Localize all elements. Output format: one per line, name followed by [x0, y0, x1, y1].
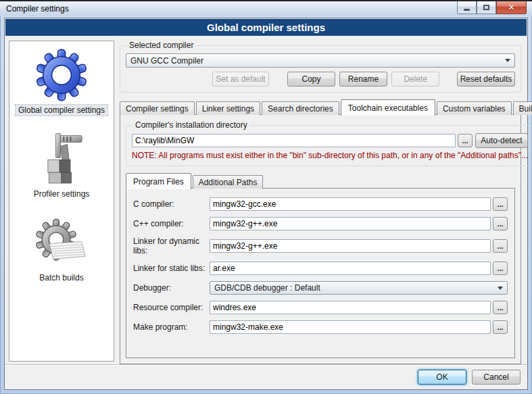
make-program-browse-button[interactable]: ...	[493, 320, 508, 334]
tab-search-directories[interactable]: Search directories	[262, 101, 339, 115]
tab-custom-variables[interactable]: Custom variables	[437, 101, 512, 115]
installation-directory-group: Compiler's installation directory ... Au…	[126, 120, 532, 166]
page-title: Global compiler settings	[207, 22, 325, 33]
cpp-compiler-input[interactable]	[210, 217, 491, 230]
content-area: Global compiler settings	[5, 36, 527, 364]
dynamic-linker-input[interactable]	[210, 239, 491, 253]
compiler-select[interactable]: GNU GCC Compiler	[126, 53, 515, 68]
debugger-label: Debugger:	[133, 283, 210, 293]
close-icon: ✕	[508, 3, 514, 12]
make-program-row: Make program: ...	[133, 320, 508, 334]
installation-directory-note: NOTE: All programs must exist either in …	[132, 151, 528, 160]
make-program-label: Make program:	[133, 322, 210, 332]
chevron-down-icon	[498, 287, 503, 290]
sidebar-item-label: Batch builds	[37, 272, 86, 283]
static-linker-input[interactable]	[210, 262, 491, 275]
resource-compiler-browse-button[interactable]: ...	[493, 301, 508, 314]
tab-toolchain-executables[interactable]: Toolchain executables	[341, 99, 435, 116]
minimize-icon	[464, 9, 470, 11]
dialog-footer: OK Cancel	[5, 364, 527, 389]
debugger-select-value: GDB/CDB debugger : Default	[214, 283, 493, 293]
dialog-client-area: Global compiler settings	[4, 18, 528, 390]
auto-detect-button[interactable]: Auto-detect	[475, 133, 528, 148]
sidebar-item-profiler-settings[interactable]: Profiler settings	[31, 130, 93, 199]
delete-button[interactable]: Delete	[391, 72, 439, 87]
tab-compiler-settings[interactable]: Compiler settings	[120, 101, 195, 115]
static-linker-browse-button[interactable]: ...	[493, 262, 508, 275]
rename-button[interactable]: Rename	[339, 72, 387, 87]
caliper-icon	[33, 130, 90, 187]
selected-compiler-group: Selected compiler GNU GCC Compiler Set a…	[120, 41, 521, 93]
static-linker-label: Linker for static libs:	[133, 264, 210, 273]
subtab-program-files[interactable]: Program Files	[126, 173, 191, 189]
program-files-panel: C compiler: ... C++ compiler: ...	[126, 188, 515, 358]
installation-directory-legend: Compiler's installation directory	[133, 120, 249, 130]
blue-gear-icon	[33, 47, 90, 103]
program-files-tabstrip: Program Files Additional Paths	[126, 173, 515, 189]
sidebar-item-global-compiler-settings[interactable]: Global compiler settings	[16, 47, 107, 116]
sidebar-item-label: Profiler settings	[31, 189, 93, 199]
gray-gear-papers-icon	[33, 214, 90, 271]
c-compiler-label: C compiler:	[133, 199, 210, 209]
installation-directory-row: ... Auto-detect	[132, 133, 528, 148]
installation-directory-browse-button[interactable]: ...	[458, 134, 473, 147]
tab-linker-settings[interactable]: Linker settings	[196, 101, 260, 115]
maximize-button[interactable]	[477, 1, 496, 14]
compiler-buttons-row: Set as default Copy Rename Delete Reset …	[126, 72, 515, 87]
sidebar-item-batch-builds[interactable]: Batch builds	[33, 214, 90, 283]
minimize-button[interactable]	[457, 1, 477, 14]
dynamic-linker-label: Linker for dynamic libs:	[133, 237, 210, 255]
maximize-icon	[483, 5, 489, 10]
settings-tabstrip: Compiler settings Linker settings Search…	[120, 99, 521, 115]
cpp-compiler-browse-button[interactable]: ...	[493, 217, 508, 230]
resource-compiler-label: Resource compiler:	[133, 303, 210, 312]
compiler-settings-window: Compiler settings ✕ Global compiler sett…	[0, 0, 532, 394]
installation-directory-input[interactable]	[132, 134, 456, 147]
reset-defaults-button[interactable]: Reset defaults	[457, 72, 515, 87]
debugger-select[interactable]: GDB/CDB debugger : Default	[210, 281, 508, 295]
settings-category-sidebar: Global compiler settings	[9, 41, 114, 362]
page-title-banner: Global compiler settings	[5, 19, 527, 36]
copy-button[interactable]: Copy	[287, 72, 335, 87]
static-linker-row: Linker for static libs: ...	[133, 262, 508, 275]
cancel-button[interactable]: Cancel	[472, 370, 521, 385]
subtab-additional-paths[interactable]: Additional Paths	[193, 175, 264, 189]
resource-compiler-row: Resource compiler: ...	[133, 301, 508, 314]
titlebar[interactable]: Compiler settings ✕	[0, 1, 532, 16]
chevron-down-icon	[505, 59, 510, 62]
close-button[interactable]: ✕	[496, 1, 527, 14]
toolchain-executables-panel: Compiler's installation directory ... Au…	[120, 114, 521, 364]
compiler-select-value: GNU GCC Compiler	[130, 56, 501, 66]
resource-compiler-input[interactable]	[210, 301, 491, 314]
set-as-default-button[interactable]: Set as default	[212, 72, 269, 87]
selected-compiler-legend: Selected compiler	[127, 41, 195, 50]
c-compiler-row: C compiler: ...	[133, 197, 508, 211]
make-program-input[interactable]	[210, 320, 491, 334]
dynamic-linker-browse-button[interactable]: ...	[493, 239, 508, 253]
sidebar-item-label: Global compiler settings	[16, 105, 107, 116]
debugger-row: Debugger: GDB/CDB debugger : Default	[133, 281, 508, 295]
cpp-compiler-label: C++ compiler:	[133, 219, 210, 228]
window-title: Compiler settings	[6, 4, 69, 14]
cpp-compiler-row: C++ compiler: ...	[133, 217, 508, 230]
ok-button[interactable]: OK	[418, 370, 466, 385]
c-compiler-browse-button[interactable]: ...	[493, 197, 508, 211]
main-panel: Selected compiler GNU GCC Compiler Set a…	[120, 41, 523, 364]
tab-build-options[interactable]: Build options	[513, 101, 532, 115]
window-controls: ✕	[457, 1, 527, 14]
c-compiler-input[interactable]	[210, 197, 491, 211]
dynamic-linker-row: Linker for dynamic libs: ...	[133, 237, 508, 255]
